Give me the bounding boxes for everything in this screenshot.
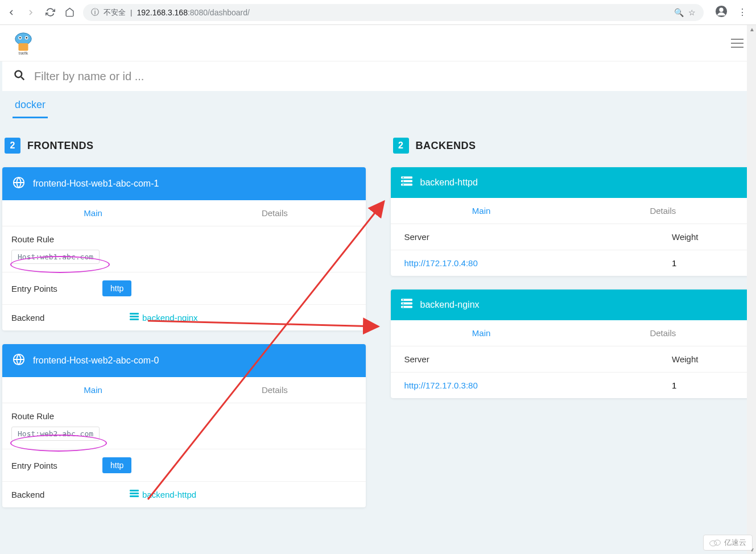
info-icon: ⓘ — [91, 7, 99, 18]
svg-point-25 — [402, 180, 403, 181]
backend-link[interactable]: backend-httpd — [130, 490, 196, 499]
app-header: træfik — [0, 25, 756, 61]
tab-details[interactable]: Details — [184, 377, 365, 403]
svg-point-26 — [402, 184, 403, 185]
tab-main[interactable]: Main — [2, 200, 184, 226]
weight-column-header: Weight — [672, 354, 740, 364]
entry-points-label: Entry Points — [11, 284, 80, 293]
server-icon — [401, 176, 412, 189]
entry-points-label: Entry Points — [11, 461, 80, 470]
svg-rect-20 — [130, 495, 139, 497]
server-column-header: Server — [404, 232, 672, 242]
server-url-link[interactable]: http://172.17.0.3:80 — [404, 381, 672, 390]
tab-main[interactable]: Main — [391, 320, 572, 346]
weight-column-header: Weight — [672, 232, 740, 242]
search-icon — [14, 69, 25, 83]
frontend-name: frontend-Host-web1-abc-com-1 — [33, 179, 159, 189]
tab-details[interactable]: Details — [572, 198, 754, 224]
svg-text:træfik: træfik — [19, 51, 28, 55]
svg-point-36 — [714, 540, 721, 545]
frontend-name: frontend-Host-web2-abc-com-0 — [33, 355, 159, 366]
svg-rect-18 — [130, 490, 139, 491]
svg-rect-14 — [130, 316, 139, 317]
filter-input[interactable] — [34, 70, 742, 83]
backends-title: BACKENDS — [416, 140, 476, 152]
security-label: 不安全 — [104, 7, 126, 18]
profile-icon[interactable] — [715, 5, 728, 20]
bookmark-star-icon[interactable]: ☆ — [688, 8, 696, 17]
route-rule-label: Route Rule — [11, 411, 80, 421]
backends-column: 2 BACKENDS backend-httpd Main Details Se… — [391, 138, 754, 521]
back-button[interactable] — [6, 7, 17, 18]
scroll-up-icon[interactable]: ▲ — [749, 26, 755, 32]
svg-point-7 — [26, 36, 27, 38]
server-icon — [130, 490, 139, 499]
svg-point-9 — [15, 71, 22, 78]
server-weight: 1 — [672, 381, 740, 390]
server-url-link[interactable]: http://172.17.0.4:80 — [404, 258, 672, 268]
svg-point-1 — [719, 7, 723, 11]
hamburger-menu-icon[interactable] — [731, 39, 743, 48]
backend-card-header[interactable]: backend-nginx — [391, 290, 754, 320]
svg-point-6 — [19, 36, 21, 38]
server-icon — [130, 313, 139, 323]
backend-name: backend-httpd — [420, 177, 478, 188]
address-bar[interactable]: ⓘ 不安全 | 192.168.3.168:8080/dashboard/ 🔍 … — [83, 4, 704, 21]
zoom-icon[interactable]: 🔍 — [674, 8, 684, 17]
entry-point-tag: http — [102, 280, 131, 296]
frontend-card-header[interactable]: frontend-Host-web1-abc-com-1 — [2, 167, 366, 200]
server-column-header: Server — [404, 354, 672, 364]
tab-main[interactable]: Main — [391, 198, 572, 224]
route-rule-label: Route Rule — [11, 234, 80, 244]
svg-point-24 — [402, 177, 403, 178]
frontends-count-badge: 2 — [5, 138, 20, 154]
route-rule-value: Host:web2.abc.com — [11, 427, 100, 441]
browser-toolbar: ⓘ 不安全 | 192.168.3.168:8080/dashboard/ 🔍 … — [0, 0, 756, 25]
url-text: 192.168.3.168:8080/dashboard/ — [137, 8, 250, 17]
svg-point-35 — [710, 541, 717, 546]
search-bar — [2, 61, 754, 91]
backend-card: backend-httpd Main Details Server Weight… — [391, 167, 754, 276]
route-rule-value: Host:web1.abc.com — [11, 250, 100, 264]
svg-point-31 — [402, 303, 403, 304]
server-weight: 1 — [672, 258, 740, 268]
svg-rect-3 — [18, 43, 28, 50]
home-button[interactable] — [64, 7, 75, 18]
svg-rect-15 — [130, 319, 139, 320]
menu-dots-icon[interactable]: ⋮ — [738, 7, 747, 18]
backends-count-badge: 2 — [393, 138, 409, 154]
entry-point-tag: http — [102, 457, 131, 473]
tab-details[interactable]: Details — [572, 320, 754, 346]
frontends-title: FRONTENDS — [27, 140, 94, 152]
tab-docker[interactable]: docker — [13, 91, 48, 118]
watermark-badge: 亿速云 — [703, 535, 753, 551]
server-icon — [401, 299, 412, 311]
svg-line-10 — [21, 77, 24, 80]
backend-name: backend-nginx — [420, 300, 480, 310]
svg-rect-19 — [130, 493, 139, 494]
backend-card-header[interactable]: backend-httpd — [391, 167, 754, 198]
svg-rect-13 — [130, 313, 139, 315]
traefik-logo: træfik — [13, 31, 34, 55]
frontend-card: frontend-Host-web1-abc-com-1 Main Detail… — [2, 167, 366, 330]
provider-tabs: docker — [2, 91, 754, 118]
backend-label: Backend — [11, 490, 80, 499]
svg-point-32 — [402, 307, 403, 308]
svg-point-30 — [402, 299, 403, 300]
frontends-column: 2 FRONTENDS frontend-Host-web1-abc-com-1… — [2, 138, 366, 521]
frontend-card-header[interactable]: frontend-Host-web2-abc-com-0 — [2, 344, 366, 377]
backend-card: backend-nginx Main Details Server Weight… — [391, 290, 754, 398]
frontend-card: frontend-Host-web2-abc-com-0 Main Detail… — [2, 344, 366, 507]
backend-label: Backend — [11, 313, 80, 323]
page-content: træfik docker 2 FRONTENDS frontend-Host-… — [0, 25, 756, 554]
reload-button[interactable] — [44, 7, 56, 18]
backend-link[interactable]: backend-nginx — [130, 313, 198, 323]
globe-icon — [13, 176, 25, 191]
vertical-scrollbar[interactable]: ▲ ▼ — [747, 25, 756, 554]
tab-details[interactable]: Details — [184, 200, 365, 226]
tab-main[interactable]: Main — [2, 377, 184, 403]
svg-point-2 — [15, 32, 31, 44]
forward-button[interactable] — [25, 7, 36, 18]
globe-icon — [13, 353, 25, 368]
